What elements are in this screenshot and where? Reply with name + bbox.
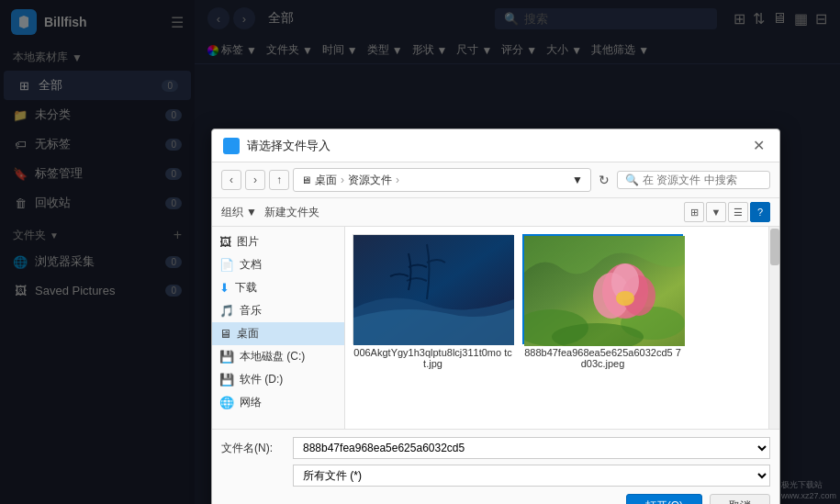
view-arrow-button[interactable]: ▼ bbox=[706, 202, 726, 222]
filename-row: 文件名(N): 888b47fea968ea5e625a6032cd5 bbox=[221, 437, 770, 459]
pictures-folder-icon: 🖼 bbox=[219, 235, 231, 249]
dialog-buttons: 打开(O) 取消 bbox=[221, 494, 770, 504]
file-item-2[interactable]: 888b47fea968ea5e625a6032cd5 7d03c.jpeg bbox=[522, 234, 683, 369]
dialog-title: 请选择文件导入 bbox=[247, 138, 749, 154]
downloads-folder-icon: ⬇ bbox=[219, 281, 230, 295]
watermark: 极光下载站www.xz27.com bbox=[781, 479, 836, 500]
file-grid: 006AkgtYgy1h3qlptu8lcj311t0mo tct.jpg bbox=[345, 227, 779, 429]
breadcrumb: 🖥 桌面 › 资源文件 › ▼ bbox=[293, 168, 591, 192]
dialog-back-button[interactable]: ‹ bbox=[221, 170, 241, 190]
desktop-folder-icon: 🖥 bbox=[219, 327, 231, 341]
view-icon-button[interactable]: ⊞ bbox=[684, 202, 704, 222]
tree-item-pictures[interactable]: 🖼 图片 bbox=[212, 230, 344, 253]
filename-select-wrapper: 888b47fea968ea5e625a6032cd5 bbox=[293, 437, 770, 459]
breadcrumb-folder: 资源文件 bbox=[348, 173, 392, 188]
local-disk-icon: 💾 bbox=[219, 350, 234, 364]
scrollbar-thumb bbox=[770, 229, 779, 265]
dialog-forward-button[interactable]: › bbox=[245, 170, 265, 190]
view-detail-button[interactable]: ☰ bbox=[728, 202, 748, 222]
svg-point-9 bbox=[616, 291, 634, 306]
breadcrumb-icon: 🖥 bbox=[301, 174, 311, 185]
dialog-nav: ‹ › ↑ 🖥 桌面 › 资源文件 › ▼ ↻ 🔍 bbox=[212, 162, 779, 198]
new-folder-button[interactable]: 新建文件夹 bbox=[264, 205, 319, 220]
tree-item-local-disk[interactable]: 💾 本地磁盘 (C:) bbox=[212, 345, 344, 368]
file-name-1: 006AkgtYgy1h3qlptu8lcj311t0mo tct.jpg bbox=[353, 347, 513, 369]
dialog-logo bbox=[223, 138, 240, 154]
music-folder-icon: 🎵 bbox=[219, 304, 234, 318]
organize-arrow-icon: ▼ bbox=[246, 206, 257, 218]
breadcrumb-sep2: › bbox=[396, 174, 399, 186]
dialog-actions: 组织 ▼ 新建文件夹 ⊞ ▼ ☰ ? bbox=[212, 198, 779, 227]
dialog-titlebar: 请选择文件导入 ✕ bbox=[212, 129, 779, 162]
tree-item-software[interactable]: 💾 软件 (D:) bbox=[212, 368, 344, 391]
tree-item-desktop[interactable]: 🖥 桌面 bbox=[212, 322, 344, 345]
network-icon: 🌐 bbox=[219, 396, 234, 409]
dialog-bottom: 文件名(N): 888b47fea968ea5e625a6032cd5 所有文件… bbox=[212, 429, 779, 504]
breadcrumb-dropdown[interactable]: ▼ bbox=[572, 174, 583, 186]
filetype-select-wrapper: 所有文件 (*) bbox=[293, 465, 770, 487]
organize-button[interactable]: 组织 ▼ bbox=[221, 205, 257, 220]
file-name-2: 888b47fea968ea5e625a6032cd5 7d03c.jpeg bbox=[522, 347, 683, 369]
file-thumbnail-1 bbox=[353, 234, 513, 344]
filetype-row: 所有文件 (*) bbox=[221, 465, 770, 487]
tree-item-music[interactable]: 🎵 音乐 bbox=[212, 299, 344, 322]
cancel-button[interactable]: 取消 bbox=[710, 494, 770, 504]
view-icons: ⊞ ▼ ☰ ? bbox=[684, 202, 770, 222]
documents-folder-icon: 📄 bbox=[219, 258, 234, 272]
file-item-1[interactable]: 006AkgtYgy1h3qlptu8lcj311t0mo tct.jpg bbox=[353, 234, 513, 369]
breadcrumb-desktop: 桌面 bbox=[315, 173, 337, 188]
tree-item-documents[interactable]: 📄 文档 bbox=[212, 253, 344, 276]
dialog-up-button[interactable]: ↑ bbox=[269, 170, 289, 190]
dialog-search: 🔍 bbox=[617, 171, 770, 189]
filename-label: 文件名(N): bbox=[221, 441, 286, 456]
filetype-select[interactable]: 所有文件 (*) bbox=[293, 465, 770, 487]
filename-select[interactable]: 888b47fea968ea5e625a6032cd5 bbox=[293, 437, 770, 459]
dialog-refresh-button[interactable]: ↻ bbox=[599, 173, 610, 187]
tree-item-network[interactable]: 🌐 网络 bbox=[212, 391, 344, 414]
dialog-search-icon: 🔍 bbox=[625, 174, 639, 186]
tree-item-downloads[interactable]: ⬇ 下载 bbox=[212, 276, 344, 299]
open-button[interactable]: 打开(O) bbox=[626, 494, 702, 504]
file-picker-dialog: 请选择文件导入 ✕ ‹ › ↑ 🖥 桌面 › 资源文件 › ▼ ↻ 🔍 组织 ▼… bbox=[211, 129, 780, 504]
file-tree: 🖼 图片 📄 文档 ⬇ 下载 🎵 音乐 🖥 桌面 💾 本地磁盘 (C:) bbox=[212, 227, 345, 429]
breadcrumb-sep1: › bbox=[341, 174, 344, 186]
dialog-close-button[interactable]: ✕ bbox=[749, 137, 768, 154]
software-disk-icon: 💾 bbox=[219, 373, 234, 386]
dialog-search-input[interactable] bbox=[643, 174, 762, 186]
view-help-button[interactable]: ? bbox=[750, 202, 770, 222]
dialog-content: 🖼 图片 📄 文档 ⬇ 下载 🎵 音乐 🖥 桌面 💾 本地磁盘 (C:) bbox=[212, 227, 779, 429]
file-grid-scrollbar[interactable] bbox=[768, 227, 779, 429]
file-thumbnail-2 bbox=[522, 234, 683, 344]
